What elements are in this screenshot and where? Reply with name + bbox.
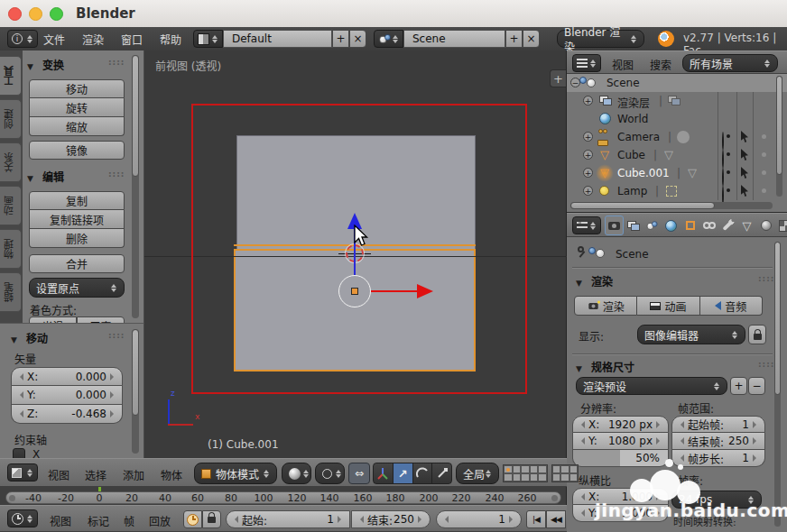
increment-arrow-icon[interactable] [338, 516, 341, 523]
screen-layout-icon-button[interactable] [193, 30, 223, 48]
open-properties-region-tab[interactable]: + [550, 69, 566, 87]
scene-selector-icon-button[interactable] [374, 30, 403, 48]
layer-cell[interactable] [552, 473, 560, 482]
outliner-row-camera[interactable]: + Camera | [567, 128, 787, 146]
item-name[interactable]: Lamp [617, 185, 647, 197]
scrollbar-knob-right[interactable] [551, 495, 558, 501]
increment-arrow-icon[interactable] [110, 373, 114, 381]
item-name[interactable]: Cube [617, 149, 645, 161]
render-panel-header[interactable]: ▼ 渲染 [576, 272, 613, 289]
resolution-y-field[interactable]: Y: 1080 px [572, 433, 669, 450]
selectability-pointer-toggle[interactable] [741, 167, 750, 179]
layer-cell[interactable] [530, 473, 539, 482]
close-layout-button[interactable]: × [349, 30, 366, 48]
mesh-data-ghost-icon[interactable]: ▽ [688, 167, 697, 179]
selectability-pointer-toggle[interactable] [741, 185, 750, 197]
item-name[interactable]: Cube.001 [617, 167, 670, 179]
layer-cell-active[interactable] [504, 465, 513, 473]
item-name[interactable]: 渲染层 [617, 95, 650, 110]
operator-scrollbar-thumb[interactable] [132, 329, 139, 416]
menu-playback[interactable]: 回放 [149, 513, 171, 528]
tab-world[interactable] [662, 216, 681, 235]
decrement-arrow-icon[interactable] [681, 454, 684, 462]
tool-tab-relations[interactable]: 关系 [0, 142, 22, 182]
outliner-row-scene[interactable]: − Scene [567, 74, 787, 92]
manipulator-tripod-button[interactable] [374, 463, 394, 483]
scene-name-field[interactable]: Scene [403, 30, 505, 48]
close-window-button[interactable] [8, 7, 22, 21]
render-audio-button[interactable]: 音频 [700, 296, 763, 316]
layer-cell[interactable] [569, 465, 578, 473]
increment-arrow-icon[interactable] [753, 421, 756, 428]
properties-scrollbar-track[interactable] [774, 242, 781, 527]
outliner-row-world[interactable]: World [567, 110, 787, 128]
properties-editor[interactable]: ▽ Scene ▼ 渲染 :::: 渲染 动画 音频 [567, 212, 787, 532]
menu-object[interactable]: 物体 [161, 467, 182, 482]
timeline-ruler-scrollbar[interactable] [5, 491, 561, 504]
layer-cell[interactable] [513, 473, 522, 482]
tab-object[interactable] [681, 216, 699, 235]
panel-grip-icon[interactable]: :::: [108, 170, 125, 179]
add-preset-button[interactable]: + [730, 377, 747, 395]
increment-arrow-icon[interactable] [656, 493, 660, 500]
menu-view[interactable]: 视图 [48, 467, 69, 482]
increment-arrow-icon[interactable] [110, 410, 114, 417]
delete-button[interactable]: 删除 [29, 229, 125, 248]
panel-grip-icon[interactable]: :::: [108, 331, 125, 340]
screen-layout-name-field[interactable]: Default [223, 30, 332, 48]
editor-type-button-info[interactable]: i [7, 30, 38, 48]
duplicate-button[interactable]: 复制 [29, 191, 125, 210]
menu-frame[interactable]: 帧 [124, 513, 134, 528]
tool-tab-physics[interactable]: 物理 [0, 229, 22, 269]
menu-search[interactable]: 搜索 [650, 57, 671, 72]
menu-render[interactable]: 渲染 [82, 32, 104, 47]
outliner-vscrollbar-track[interactable] [776, 76, 782, 197]
close-scene-button[interactable]: × [523, 30, 540, 48]
outliner-hscrollbar-thumb[interactable] [570, 202, 715, 209]
move-z-field[interactable]: Z: -0.468 [11, 405, 123, 424]
resolution-x-field[interactable]: X: 1920 px [572, 416, 669, 433]
tab-texture[interactable] [775, 216, 787, 235]
start-frame-field[interactable]: 起始: 1 [226, 510, 350, 528]
item-name[interactable]: Scene [606, 77, 640, 89]
tab-constraints[interactable] [699, 216, 718, 235]
layer-grid-1[interactable] [503, 464, 548, 482]
rotate-button[interactable]: 旋转 [29, 98, 125, 117]
viewport-3d[interactable]: 前视图 (透视) z x (1) Cube.001 + 工具 创建 关系 动画 … [0, 50, 567, 487]
jump-to-start-button[interactable]: |◀ [526, 510, 546, 528]
panel-grip-icon[interactable]: :::: [758, 274, 774, 283]
decrement-arrow-icon[interactable] [681, 437, 684, 445]
tool-tab-tools[interactable]: 工具 [0, 56, 22, 96]
decrement-arrow-icon[interactable] [681, 421, 684, 428]
expand-icon[interactable]: + [583, 132, 593, 142]
display-select[interactable]: 图像编辑器 [637, 325, 745, 344]
panel-grip-icon[interactable]: :::: [758, 360, 774, 369]
resolution-percentage-slider[interactable]: 50% [572, 450, 669, 467]
tab-render-layers[interactable] [624, 216, 643, 235]
manipulator-rotate-button[interactable] [413, 463, 433, 483]
render-engine-select[interactable]: Blender 渲染 [557, 30, 644, 48]
outliner-vscrollbar-thumb[interactable] [776, 76, 782, 175]
lock-interface-toggle[interactable] [748, 325, 766, 344]
add-layout-button[interactable]: + [332, 30, 349, 48]
outliner-row-cube[interactable]: + ▽ Cube | ▽ [567, 146, 787, 164]
outliner-row-cube001-active[interactable]: + ▽ Cube.001 | ▽ [567, 164, 787, 182]
move-button[interactable]: 移动 [29, 79, 125, 98]
menu-file[interactable]: 文件 [43, 32, 65, 47]
editor-type-button-outliner[interactable] [572, 54, 601, 72]
decrement-arrow-icon[interactable] [581, 421, 585, 428]
layer-cell[interactable] [552, 465, 560, 473]
join-button[interactable]: 合并 [29, 254, 125, 273]
pivot-point-select[interactable] [315, 463, 345, 484]
item-name[interactable]: World [617, 113, 648, 125]
tab-render-active[interactable] [605, 216, 624, 235]
layer-cell[interactable] [513, 465, 522, 473]
tool-tab-grease-pencil[interactable]: 蜡笔 [0, 272, 22, 312]
decrement-arrow-icon[interactable] [20, 410, 23, 417]
manipulator-toggle-button[interactable]: ⇔ [348, 463, 370, 484]
layer-cell[interactable] [521, 473, 530, 482]
toolshelf-scrollbar-track[interactable] [132, 55, 139, 318]
toolshelf-scrollbar-thumb[interactable] [132, 55, 139, 177]
manipulator-x-axis-line[interactable] [371, 290, 418, 292]
outliner-row-lamp[interactable]: + Lamp | [567, 182, 787, 200]
